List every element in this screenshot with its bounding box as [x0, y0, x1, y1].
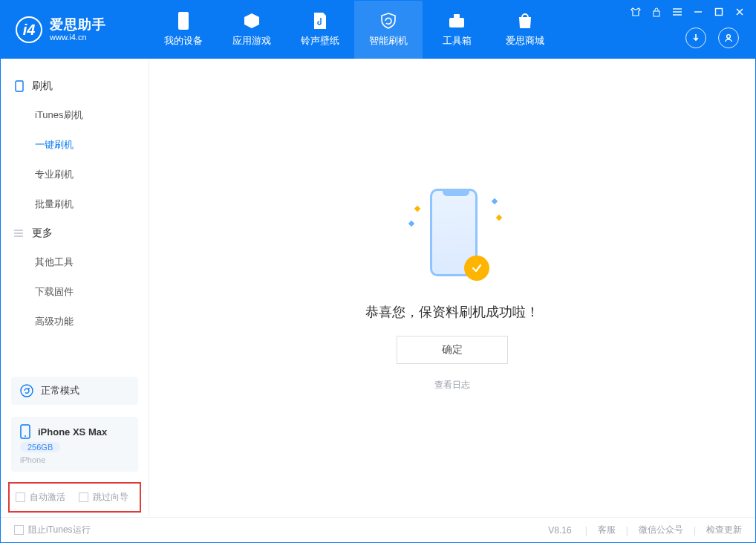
header: i4 爱思助手 www.i4.cn 我的设备 应用游戏 铃声壁纸 智能刷机: [1, 1, 755, 59]
nav-tabs: 我的设备 应用游戏 铃声壁纸 智能刷机 工具箱 爱思商城: [149, 1, 559, 59]
tab-label: 爱思商城: [506, 34, 544, 48]
music-file-icon: [311, 12, 329, 30]
tab-my-device[interactable]: 我的设备: [149, 1, 218, 59]
footer-link-wechat[interactable]: 微信公众号: [639, 524, 683, 536]
success-illustration: [400, 184, 504, 288]
checkbox-label: 跳过向导: [93, 491, 128, 504]
user-button[interactable]: [718, 27, 739, 48]
checkbox-icon: [14, 525, 24, 535]
tab-label: 智能刷机: [369, 34, 408, 48]
menu-icon[interactable]: [672, 7, 682, 17]
sparkle-icon: [414, 206, 420, 212]
device-box[interactable]: iPhone XS Max 256GB iPhone: [11, 417, 138, 472]
lock-icon[interactable]: [651, 7, 662, 17]
checkbox-auto-activate[interactable]: 自动激活: [16, 491, 65, 504]
sparkle-icon: [496, 215, 502, 221]
device-capacity: 256GB: [20, 442, 60, 452]
sidebar-scroll: 刷机 iTunes刷机 一键刷机 专业刷机 批量刷机 更多 其他工具 下载固件 …: [1, 59, 149, 371]
refresh-icon: [20, 384, 33, 397]
check-badge-icon: [464, 256, 489, 281]
tab-store[interactable]: 爱思商城: [491, 1, 559, 59]
main-content: 恭喜您，保资料刷机成功啦！ 确定 查看日志: [149, 59, 755, 517]
phone-icon: [14, 81, 25, 91]
svg-point-20: [25, 435, 26, 437]
group-title-text: 更多: [32, 227, 53, 240]
toolbox-icon: [448, 12, 466, 30]
svg-point-18: [28, 388, 30, 389]
checkbox-skip-guide[interactable]: 跳过向导: [79, 491, 128, 504]
checkbox-label: 阻止iTunes运行: [28, 524, 91, 536]
tab-label: 工具箱: [443, 34, 472, 48]
tab-label: 我的设备: [164, 34, 203, 48]
checkbox-label: 自动激活: [30, 491, 65, 504]
mode-box[interactable]: 正常模式: [11, 377, 138, 405]
sidebar-item-batch-flash[interactable]: 批量刷机: [1, 189, 149, 219]
shield-refresh-icon: [379, 12, 397, 30]
app-subtitle: www.i4.cn: [50, 33, 106, 42]
sidebar-item-oneclick-flash[interactable]: 一键刷机: [1, 130, 149, 160]
device-name: iPhone XS Max: [38, 426, 107, 438]
sidebar-item-itunes-flash[interactable]: iTunes刷机: [1, 100, 149, 130]
maximize-button[interactable]: [714, 7, 724, 17]
sidebar-item-pro-flash[interactable]: 专业刷机: [1, 160, 149, 189]
success-message: 恭喜您，保资料刷机成功啦！: [365, 303, 539, 321]
bag-icon: [516, 12, 534, 30]
sidebar-item-other-tools[interactable]: 其他工具: [1, 247, 149, 277]
footer-right: V8.16 | 客服 | 微信公众号 | 检查更新: [548, 524, 742, 536]
confirm-button[interactable]: 确定: [397, 336, 508, 364]
svg-point-17: [21, 385, 33, 397]
cube-icon: [243, 12, 261, 30]
device-type: iPhone: [20, 455, 45, 464]
checkbox-icon: [16, 492, 25, 502]
sparkle-icon: [492, 198, 498, 204]
device-icon: [175, 12, 192, 30]
checkbox-block-itunes[interactable]: 阻止iTunes运行: [14, 524, 91, 536]
sidebar-group-more: 更多: [1, 219, 149, 247]
svg-rect-13: [16, 81, 23, 91]
footer: 阻止iTunes运行 V8.16 | 客服 | 微信公众号 | 检查更新: [1, 517, 755, 542]
group-title-text: 刷机: [32, 79, 53, 93]
tab-apps-games[interactable]: 应用游戏: [218, 1, 286, 59]
options-highlight-box: 自动激活 跳过向导: [8, 482, 141, 513]
tab-ringtone-wallpaper[interactable]: 铃声壁纸: [286, 1, 354, 59]
shirt-icon[interactable]: [630, 7, 641, 17]
sidebar-item-download-firmware[interactable]: 下载固件: [1, 277, 149, 307]
svg-rect-2: [449, 18, 464, 27]
logo-text: 爱思助手 www.i4.cn: [50, 18, 106, 42]
footer-link-support[interactable]: 客服: [598, 524, 616, 536]
separator: |: [626, 525, 628, 536]
app-title: 爱思助手: [50, 18, 106, 33]
logo-area: i4 爱思助手 www.i4.cn: [1, 1, 149, 59]
version-label: V8.16: [548, 525, 571, 536]
logo-icon: i4: [16, 16, 42, 43]
header-right-icons: [685, 27, 739, 48]
sidebar: 刷机 iTunes刷机 一键刷机 专业刷机 批量刷机 更多 其他工具 下载固件 …: [1, 59, 149, 517]
footer-link-update[interactable]: 检查更新: [706, 524, 742, 536]
svg-rect-9: [716, 9, 723, 16]
mode-label: 正常模式: [41, 384, 79, 397]
svg-rect-3: [454, 14, 460, 18]
tab-label: 铃声壁纸: [301, 34, 339, 48]
tab-toolbox[interactable]: 工具箱: [423, 1, 491, 59]
tab-label: 应用游戏: [232, 34, 271, 48]
app-window: i4 爱思助手 www.i4.cn 我的设备 应用游戏 铃声壁纸 智能刷机: [0, 0, 756, 543]
sidebar-group-flash: 刷机: [1, 72, 149, 100]
separator: |: [694, 525, 696, 536]
download-button[interactable]: [685, 27, 706, 48]
view-log-link[interactable]: 查看日志: [434, 379, 470, 391]
window-controls: [630, 7, 745, 17]
body: 刷机 iTunes刷机 一键刷机 专业刷机 批量刷机 更多 其他工具 下载固件 …: [1, 59, 755, 517]
close-button[interactable]: [734, 7, 745, 17]
svg-point-12: [727, 35, 731, 39]
minimize-button[interactable]: [693, 7, 703, 17]
tab-smart-flash[interactable]: 智能刷机: [354, 1, 423, 59]
phone-icon: [20, 424, 30, 439]
sidebar-item-advanced[interactable]: 高级功能: [1, 307, 149, 336]
sparkle-icon: [408, 221, 414, 227]
separator: |: [585, 525, 587, 536]
svg-rect-4: [654, 11, 659, 16]
checkbox-icon: [79, 492, 88, 502]
list-icon: [14, 228, 25, 238]
